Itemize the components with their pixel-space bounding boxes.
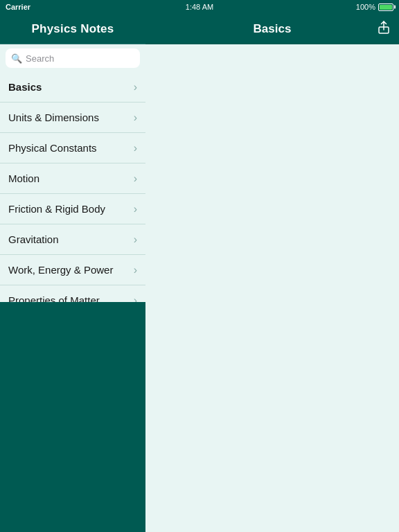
- chevron-right-icon: ›: [134, 294, 137, 303]
- time-label: 1:48 AM: [186, 3, 213, 11]
- chevron-right-icon: ›: [134, 81, 137, 94]
- chevron-right-icon: ›: [134, 172, 137, 185]
- battery-area: 100%: [356, 3, 393, 11]
- search-bar[interactable]: 🔍 Search: [6, 48, 140, 68]
- sidebar-item-work-energy-power[interactable]: Work, Energy & Power›: [0, 255, 145, 285]
- sidebar-list: Basics›Units & Dimensions›Physical Const…: [0, 72, 145, 302]
- sidebar-item-label-properties-of-matter: Properties of Matter: [8, 294, 131, 302]
- chevron-right-icon: ›: [134, 233, 137, 246]
- sidebar-item-label-gravitation: Gravitation: [8, 233, 131, 245]
- share-button[interactable]: [377, 21, 391, 38]
- detail-panel: Basics: [145, 14, 399, 532]
- chevron-right-icon: ›: [134, 264, 137, 276]
- sidebar-item-physical-constants[interactable]: Physical Constants›: [0, 133, 145, 163]
- sidebar-item-label-physical-constants: Physical Constants: [8, 142, 131, 154]
- sidebar-item-friction-rigid-body[interactable]: Friction & Rigid Body›: [0, 194, 145, 224]
- sidebar-item-label-motion: Motion: [8, 172, 131, 184]
- sidebar-item-properties-of-matter[interactable]: Properties of Matter›: [0, 285, 145, 302]
- sidebar-item-label-friction-rigid-body: Friction & Rigid Body: [8, 203, 131, 215]
- search-placeholder: Search: [26, 53, 54, 64]
- search-icon: 🔍: [11, 53, 22, 64]
- sidebar-item-motion[interactable]: Motion›: [0, 163, 145, 194]
- app-container: Physics Notes 🔍 Search Basics›Units & Di…: [0, 14, 399, 532]
- battery-percent: 100%: [356, 3, 375, 11]
- search-bar-container: 🔍 Search: [0, 44, 145, 72]
- sidebar-item-label-units-dimensions: Units & Dimensions: [8, 112, 131, 123]
- share-icon: [377, 21, 391, 35]
- chevron-right-icon: ›: [134, 142, 137, 154]
- carrier-label: Carrier: [6, 3, 30, 11]
- sidebar-item-units-dimensions[interactable]: Units & Dimensions›: [0, 103, 145, 133]
- sidebar-header: Physics Notes: [0, 14, 145, 44]
- battery-icon: [378, 3, 393, 11]
- chevron-right-icon: ›: [134, 112, 137, 124]
- sidebar-item-basics[interactable]: Basics›: [0, 72, 145, 103]
- detail-content: [145, 44, 399, 532]
- sidebar: Physics Notes 🔍 Search Basics›Units & Di…: [0, 14, 145, 532]
- sidebar-item-gravitation[interactable]: Gravitation›: [0, 224, 145, 255]
- status-bar: Carrier 1:48 AM 100%: [0, 0, 399, 14]
- chevron-right-icon: ›: [134, 203, 137, 215]
- detail-header: Basics: [145, 14, 399, 44]
- sidebar-bottom-bg: [0, 302, 145, 532]
- detail-title: Basics: [254, 22, 292, 36]
- sidebar-item-label-basics: Basics: [8, 81, 131, 93]
- sidebar-item-label-work-energy-power: Work, Energy & Power: [8, 264, 131, 276]
- sidebar-title: Physics Notes: [32, 22, 114, 36]
